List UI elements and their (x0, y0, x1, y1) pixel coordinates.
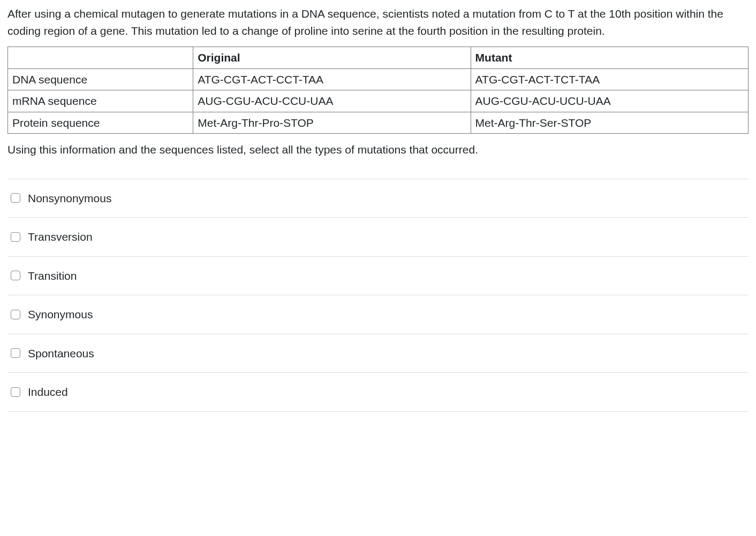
options-list: Nonsynonymous Transversion Transition Sy… (7, 179, 749, 412)
option-synonymous[interactable]: Synonymous (7, 295, 749, 334)
row-original: AUG-CGU-ACU-CCU-UAA (193, 90, 471, 112)
checkbox-icon[interactable] (11, 348, 20, 358)
option-label: Spontaneous (28, 345, 94, 362)
checkbox-icon[interactable] (11, 387, 20, 397)
option-label: Transversion (28, 228, 93, 246)
header-blank (8, 47, 193, 69)
row-label: Protein sequence (8, 112, 193, 134)
table-row: Protein sequence Met-Arg-Thr-Pro-STOP Me… (8, 112, 749, 134)
question-text: Using this information and the sequences… (7, 141, 749, 158)
checkbox-icon[interactable] (11, 232, 20, 242)
option-label: Induced (28, 384, 68, 401)
option-nonsynonymous[interactable]: Nonsynonymous (7, 179, 749, 218)
option-label: Nonsynonymous (28, 190, 111, 207)
option-transversion[interactable]: Transversion (7, 217, 749, 256)
option-spontaneous[interactable]: Spontaneous (7, 334, 749, 373)
checkbox-icon[interactable] (11, 271, 20, 280)
row-mutant: ATG-CGT-ACT-TCT-TAA (471, 68, 748, 90)
table-header-row: Original Mutant (8, 47, 749, 69)
checkbox-icon[interactable] (11, 193, 20, 203)
table-row: mRNA sequence AUG-CGU-ACU-CCU-UAA AUG-CG… (8, 90, 749, 112)
table-row: DNA sequence ATG-CGT-ACT-CCT-TAA ATG-CGT… (8, 68, 749, 90)
option-label: Transition (28, 267, 77, 285)
row-original: ATG-CGT-ACT-CCT-TAA (193, 68, 471, 90)
row-original: Met-Arg-Thr-Pro-STOP (193, 112, 471, 134)
option-label: Synonymous (28, 306, 93, 323)
header-mutant: Mutant (471, 47, 748, 69)
row-label: DNA sequence (8, 68, 193, 90)
option-transition[interactable]: Transition (7, 256, 749, 295)
row-mutant: Met-Arg-Thr-Ser-STOP (471, 112, 748, 134)
intro-paragraph: After using a chemical mutagen to genera… (7, 5, 749, 39)
option-induced[interactable]: Induced (7, 372, 749, 412)
row-label: mRNA sequence (8, 90, 193, 112)
checkbox-icon[interactable] (11, 310, 20, 319)
row-mutant: AUG-CGU-ACU-UCU-UAA (471, 90, 748, 112)
sequence-table: Original Mutant DNA sequence ATG-CGT-ACT… (7, 47, 749, 134)
header-original: Original (193, 47, 471, 69)
